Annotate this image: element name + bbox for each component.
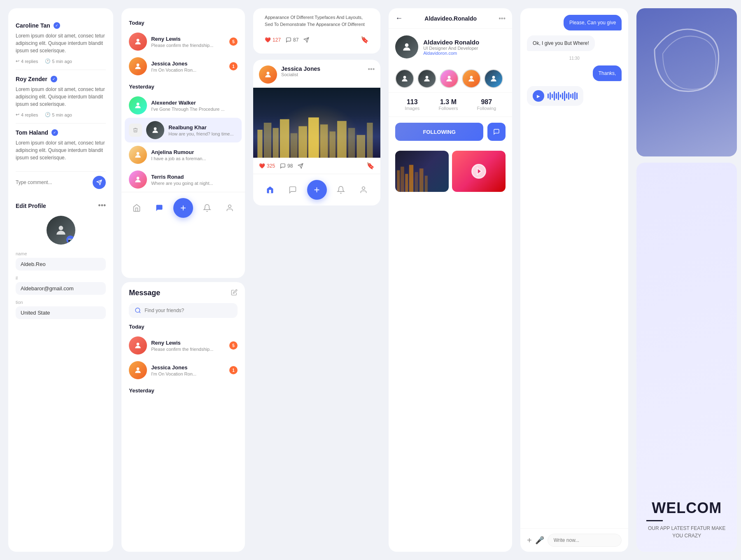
msg-item-reny-top[interactable]: Reny Lewis Please confirm the friendship…: [129, 29, 238, 54]
feed-nav-user[interactable]: [355, 182, 372, 198]
comment-user-1: Caroline Tan: [16, 22, 50, 29]
msg-item-realbung[interactable]: Realbung Khar How are you, friend? long …: [125, 118, 242, 142]
msg-item-jessica-top[interactable]: Jessica Jones I'm On Vocation Ron... 1: [129, 54, 238, 79]
chat-bubble-question-text: Please, Can you give: [569, 20, 616, 26]
msg-item-jessica-bottom[interactable]: Jessica Jones I'm On Vocation Ron... 1: [129, 358, 238, 383]
feed-bottom-nav: +: [253, 174, 380, 205]
profile-detail-panel: ← Aldavideo.Ronaldo ••• Aldavideo Ronald…: [389, 8, 512, 552]
field-name-label: name: [16, 251, 106, 256]
comment-send-button[interactable]: [93, 176, 106, 189]
svg-rect-41: [405, 174, 408, 192]
svg-point-2: [58, 226, 63, 230]
comment-text-2: Lorem ipsum dolor sit amet, consec tetur…: [16, 86, 106, 108]
time-1: 🕐 5 min ago: [45, 58, 72, 64]
back-button[interactable]: ←: [395, 14, 403, 23]
feed-nav-home[interactable]: [262, 182, 278, 198]
chat-bubble-reply-text: Ok, I give you But Where!: [533, 40, 589, 46]
message-icon: [493, 128, 500, 135]
post-bookmark[interactable]: 🔖: [366, 162, 375, 170]
msg-name-reny-bottom: Reny Lewis: [151, 340, 225, 346]
chat-plus-button[interactable]: +: [527, 536, 532, 545]
nav-home-top[interactable]: [128, 200, 145, 216]
post-share-action[interactable]: [298, 163, 303, 169]
msg-item-alexender[interactable]: Alexender Walker I've Gone Through The P…: [129, 93, 238, 118]
search-input-bottom[interactable]: [144, 308, 232, 313]
svg-point-34: [403, 76, 406, 79]
story-4[interactable]: [462, 69, 481, 88]
profile-more-button[interactable]: •••: [499, 15, 506, 22]
feed-card-top: Appearance Of Different Typefaces And La…: [253, 8, 380, 54]
edit-profile-section: Edit Profile ••• 📷 name Aldeb.Reo: [16, 196, 106, 319]
nav-user-top[interactable]: [221, 200, 238, 216]
comment-input[interactable]: [16, 180, 89, 185]
field-email-label: il: [16, 275, 106, 280]
photo-2[interactable]: [452, 151, 506, 192]
post-like-action[interactable]: ❤️ 325: [259, 163, 275, 169]
chat-mic-button[interactable]: 🎤: [535, 536, 544, 545]
social-feed-column: Appearance Of Different Typefaces And La…: [253, 8, 380, 552]
top-post-bookmark[interactable]: 🔖: [361, 36, 369, 44]
message-profile-button[interactable]: [487, 123, 506, 141]
compose-button[interactable]: [231, 289, 238, 297]
msg-preview-jessica-bottom: I'm On Vocation Ron...: [151, 371, 225, 376]
top-post-comment-action[interactable]: 87: [286, 37, 298, 43]
svg-rect-29: [367, 123, 373, 158]
story-2[interactable]: [417, 69, 436, 88]
comment-user-3: Tom Haland: [16, 129, 48, 136]
feed-nav-add[interactable]: +: [307, 180, 327, 200]
chat-audio-message[interactable]: ▶: [527, 86, 583, 106]
svg-rect-43: [415, 172, 418, 192]
top-post-like-action[interactable]: ❤️ 127: [265, 37, 281, 43]
verified-icon-1: ✓: [54, 22, 60, 29]
post-more-jessica[interactable]: •••: [368, 65, 375, 73]
top-post-comments: 87: [293, 37, 298, 43]
post-likes: 325: [267, 163, 275, 169]
audio-play-button[interactable]: ▶: [533, 90, 544, 102]
stat-followers-number: 1.3 M: [438, 98, 458, 106]
svg-rect-39: [397, 170, 400, 192]
chat-text-input[interactable]: [548, 534, 622, 547]
reply-icon-1: ↩: [16, 58, 19, 64]
post-comment-action[interactable]: 98: [280, 163, 293, 169]
msg-name-reny-top: Reny Lewis: [151, 36, 225, 42]
profile-action-row: FOLLOWING: [389, 117, 512, 147]
messages-panel-bottom: Message Today Reny Lewis: [121, 282, 245, 552]
svg-rect-44: [419, 168, 424, 192]
story-3[interactable]: [440, 69, 459, 88]
feed-nav-chat[interactable]: [284, 182, 301, 198]
bell-icon-feed: [337, 186, 345, 194]
svg-point-36: [448, 76, 451, 79]
nav-bell-top[interactable]: [199, 200, 215, 216]
story-1[interactable]: [395, 69, 414, 88]
camera-badge[interactable]: 📷: [66, 236, 75, 244]
comment-icon-main: [280, 163, 286, 169]
svg-rect-17: [257, 130, 262, 158]
edit-profile-more-button[interactable]: •••: [98, 201, 106, 210]
svg-rect-45: [425, 176, 428, 192]
feed-nav-bell[interactable]: [333, 182, 349, 198]
msg-avatar-jessica-top: [129, 57, 147, 75]
field-email: il Aldebaror@gmail.com: [16, 275, 106, 295]
welcome-column: WELCOM OUR APP LATEST FEATUR MAKE YOU CR…: [636, 8, 737, 552]
msg-item-reny-bottom[interactable]: Reny Lewis Please confirm the friendship…: [129, 333, 238, 358]
story-5[interactable]: [484, 69, 503, 88]
msg-avatar-jessica-bottom: [129, 361, 147, 379]
msg-avatar-anjelina: [129, 146, 147, 164]
msg-item-terris[interactable]: Terris Ronad Where are you going at nigh…: [129, 167, 238, 192]
msg-item-anjelina[interactable]: Anjelina Rumour I have a job as a forema…: [129, 142, 238, 167]
follow-button[interactable]: FOLLOWING: [395, 123, 483, 141]
nav-add-top[interactable]: +: [173, 198, 193, 218]
msg-preview-jessica-top: I'm On Vocation Ron...: [151, 68, 225, 72]
stat-images-label: Images: [405, 106, 419, 111]
svg-rect-24: [320, 124, 328, 158]
nav-chat-top[interactable]: [151, 200, 168, 216]
photo-1[interactable]: [395, 151, 449, 192]
top-post-share-action[interactable]: [303, 37, 309, 43]
welcome-title: WELCOM: [646, 499, 727, 517]
svg-point-13: [137, 367, 140, 370]
chat-panel: Please, Can you give Ok, I give you But …: [520, 8, 628, 552]
delete-icon-realbung[interactable]: [129, 124, 142, 137]
field-email-value: Aldebaror@gmail.com: [16, 282, 106, 295]
heart-icon: ❤️: [265, 37, 271, 43]
svg-point-3: [137, 39, 140, 42]
